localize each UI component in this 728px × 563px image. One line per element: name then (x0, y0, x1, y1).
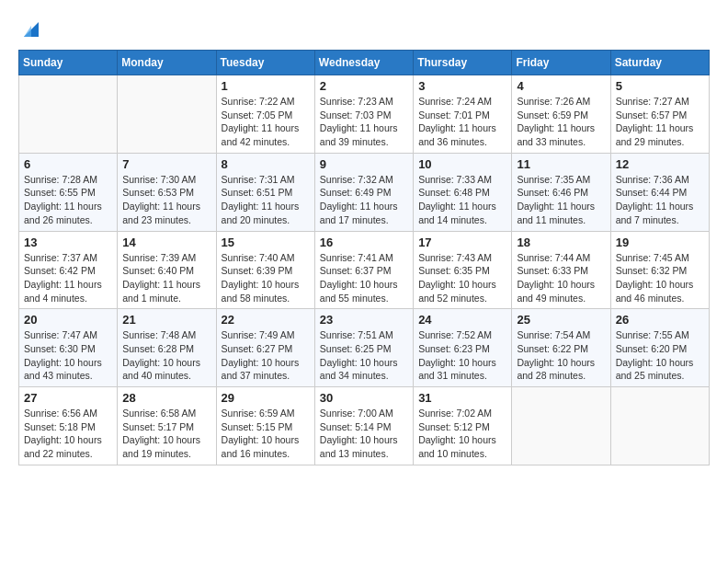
day-header-tuesday: Tuesday (216, 51, 314, 75)
day-info: Sunrise: 7:48 AMSunset: 6:28 PMDaylight:… (122, 328, 210, 383)
day-number: 8 (222, 157, 310, 171)
day-header-thursday: Thursday (414, 51, 512, 75)
day-header-sunday: Sunday (19, 51, 118, 75)
day-number: 3 (418, 79, 506, 93)
day-number: 18 (517, 236, 605, 249)
calendar-cell: 13Sunrise: 7:37 AMSunset: 6:42 PMDayligh… (19, 231, 118, 309)
day-number: 23 (320, 313, 408, 327)
calendar-cell: 26Sunrise: 7:55 AMSunset: 6:20 PMDayligh… (610, 309, 709, 387)
calendar-cell (19, 75, 118, 154)
day-number: 30 (320, 391, 408, 405)
calendar-cell (118, 75, 216, 154)
calendar-cell (610, 387, 709, 465)
week-row-1: 1Sunrise: 7:22 AMSunset: 7:05 PMDaylight… (19, 75, 710, 154)
day-info: Sunrise: 7:22 AMSunset: 7:05 PMDaylight:… (222, 95, 310, 149)
day-number: 10 (418, 157, 506, 171)
day-info: Sunrise: 7:27 AMSunset: 6:57 PMDaylight:… (616, 95, 704, 149)
day-number: 4 (517, 79, 605, 93)
day-header-saturday: Saturday (610, 51, 709, 75)
day-info: Sunrise: 6:58 AMSunset: 5:17 PMDaylight:… (122, 407, 210, 461)
day-number: 19 (616, 236, 704, 249)
day-header-monday: Monday (118, 51, 216, 75)
calendar-cell: 28Sunrise: 6:58 AMSunset: 5:17 PMDayligh… (118, 387, 216, 465)
day-number: 25 (517, 313, 605, 327)
day-number: 31 (418, 391, 506, 405)
calendar-cell: 19Sunrise: 7:45 AMSunset: 6:32 PMDayligh… (610, 231, 709, 309)
day-info: Sunrise: 7:28 AMSunset: 6:55 PMDaylight:… (24, 173, 112, 227)
day-info: Sunrise: 6:56 AMSunset: 5:18 PMDaylight:… (24, 407, 112, 461)
calendar-cell: 15Sunrise: 7:40 AMSunset: 6:39 PMDayligh… (216, 231, 314, 309)
calendar-cell: 4Sunrise: 7:26 AMSunset: 6:59 PMDaylight… (512, 75, 610, 154)
day-info: Sunrise: 7:26 AMSunset: 6:59 PMDaylight:… (517, 95, 605, 149)
calendar-table: SundayMondayTuesdayWednesdayThursdayFrid… (18, 50, 710, 465)
calendar-cell: 7Sunrise: 7:30 AMSunset: 6:53 PMDaylight… (118, 153, 216, 231)
day-info: Sunrise: 7:23 AMSunset: 7:03 PMDaylight:… (320, 95, 408, 149)
calendar-cell: 31Sunrise: 7:02 AMSunset: 5:12 PMDayligh… (414, 387, 512, 465)
day-number: 1 (222, 79, 310, 93)
calendar-cell: 8Sunrise: 7:31 AMSunset: 6:51 PMDaylight… (216, 153, 314, 231)
calendar-cell: 25Sunrise: 7:54 AMSunset: 6:22 PMDayligh… (512, 309, 610, 387)
logo-icon (20, 18, 42, 40)
day-number: 12 (616, 157, 704, 171)
day-number: 11 (517, 157, 605, 171)
week-row-2: 6Sunrise: 7:28 AMSunset: 6:55 PMDaylight… (19, 153, 710, 231)
calendar-cell: 12Sunrise: 7:36 AMSunset: 6:44 PMDayligh… (610, 153, 709, 231)
calendar-cell: 16Sunrise: 7:41 AMSunset: 6:37 PMDayligh… (314, 231, 413, 309)
calendar-cell: 10Sunrise: 7:33 AMSunset: 6:48 PMDayligh… (414, 153, 512, 231)
calendar-cell: 3Sunrise: 7:24 AMSunset: 7:01 PMDaylight… (414, 75, 512, 154)
day-number: 28 (122, 391, 210, 405)
day-info: Sunrise: 7:40 AMSunset: 6:39 PMDaylight:… (222, 251, 310, 305)
day-header-wednesday: Wednesday (314, 51, 413, 75)
day-info: Sunrise: 7:33 AMSunset: 6:48 PMDaylight:… (418, 173, 506, 227)
calendar-cell: 6Sunrise: 7:28 AMSunset: 6:55 PMDaylight… (19, 153, 118, 231)
calendar-cell: 22Sunrise: 7:49 AMSunset: 6:27 PMDayligh… (216, 309, 314, 387)
day-number: 6 (24, 157, 112, 171)
week-row-3: 13Sunrise: 7:37 AMSunset: 6:42 PMDayligh… (19, 231, 710, 309)
calendar-cell: 24Sunrise: 7:52 AMSunset: 6:23 PMDayligh… (414, 309, 512, 387)
day-info: Sunrise: 7:24 AMSunset: 7:01 PMDaylight:… (418, 95, 506, 149)
day-header-friday: Friday (512, 51, 610, 75)
day-info: Sunrise: 7:45 AMSunset: 6:32 PMDaylight:… (616, 251, 704, 305)
calendar-cell: 17Sunrise: 7:43 AMSunset: 6:35 PMDayligh… (414, 231, 512, 309)
logo (18, 18, 42, 40)
week-row-4: 20Sunrise: 7:47 AMSunset: 6:30 PMDayligh… (19, 309, 710, 387)
calendar-cell: 20Sunrise: 7:47 AMSunset: 6:30 PMDayligh… (19, 309, 118, 387)
day-number: 14 (122, 236, 210, 249)
calendar-cell (512, 387, 610, 465)
day-number: 15 (222, 236, 310, 249)
day-info: Sunrise: 7:30 AMSunset: 6:53 PMDaylight:… (122, 173, 210, 227)
calendar-cell: 1Sunrise: 7:22 AMSunset: 7:05 PMDaylight… (216, 75, 314, 154)
day-info: Sunrise: 7:37 AMSunset: 6:42 PMDaylight:… (24, 251, 112, 305)
page-header (18, 18, 710, 40)
day-info: Sunrise: 7:55 AMSunset: 6:20 PMDaylight:… (616, 328, 704, 383)
day-info: Sunrise: 7:47 AMSunset: 6:30 PMDaylight:… (24, 328, 112, 383)
day-number: 22 (222, 313, 310, 327)
calendar-cell: 30Sunrise: 7:00 AMSunset: 5:14 PMDayligh… (314, 387, 413, 465)
header-row: SundayMondayTuesdayWednesdayThursdayFrid… (19, 51, 710, 75)
week-row-5: 27Sunrise: 6:56 AMSunset: 5:18 PMDayligh… (19, 387, 710, 465)
day-number: 21 (122, 313, 210, 327)
calendar-cell: 14Sunrise: 7:39 AMSunset: 6:40 PMDayligh… (118, 231, 216, 309)
calendar-cell: 21Sunrise: 7:48 AMSunset: 6:28 PMDayligh… (118, 309, 216, 387)
calendar-cell: 18Sunrise: 7:44 AMSunset: 6:33 PMDayligh… (512, 231, 610, 309)
svg-marker-1 (24, 26, 31, 37)
day-info: Sunrise: 7:00 AMSunset: 5:14 PMDaylight:… (320, 407, 408, 461)
calendar-cell: 2Sunrise: 7:23 AMSunset: 7:03 PMDaylight… (314, 75, 413, 154)
day-info: Sunrise: 7:49 AMSunset: 6:27 PMDaylight:… (222, 328, 310, 383)
day-info: Sunrise: 7:02 AMSunset: 5:12 PMDaylight:… (418, 407, 506, 461)
day-number: 7 (122, 157, 210, 171)
day-info: Sunrise: 7:32 AMSunset: 6:49 PMDaylight:… (320, 173, 408, 227)
day-number: 26 (616, 313, 704, 327)
calendar-cell: 27Sunrise: 6:56 AMSunset: 5:18 PMDayligh… (19, 387, 118, 465)
day-number: 5 (616, 79, 704, 93)
day-number: 13 (24, 236, 112, 249)
day-info: Sunrise: 7:36 AMSunset: 6:44 PMDaylight:… (616, 173, 704, 227)
day-number: 29 (222, 391, 310, 405)
day-number: 17 (418, 236, 506, 249)
day-number: 20 (24, 313, 112, 327)
day-info: Sunrise: 7:41 AMSunset: 6:37 PMDaylight:… (320, 251, 408, 305)
calendar-cell: 11Sunrise: 7:35 AMSunset: 6:46 PMDayligh… (512, 153, 610, 231)
day-number: 24 (418, 313, 506, 327)
day-info: Sunrise: 7:43 AMSunset: 6:35 PMDaylight:… (418, 251, 506, 305)
day-info: Sunrise: 7:35 AMSunset: 6:46 PMDaylight:… (517, 173, 605, 227)
